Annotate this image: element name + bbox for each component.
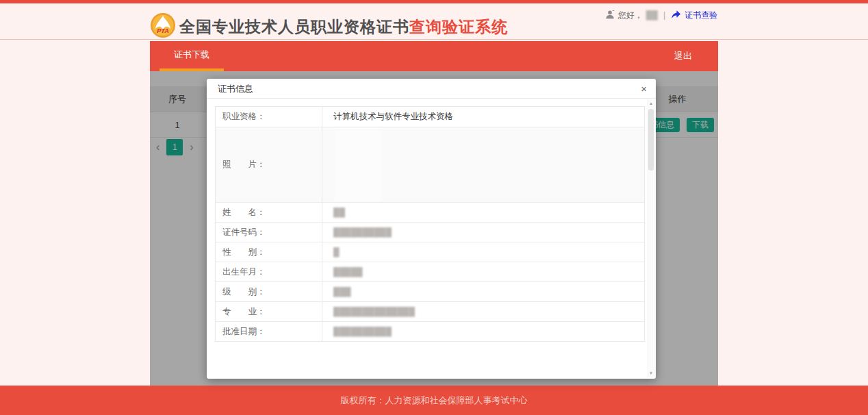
greeting-text: 您好， — [618, 10, 643, 21]
logout-button[interactable]: 退出 — [674, 41, 692, 71]
field-label: 性 别： — [216, 242, 322, 262]
certificate-fields-table: 职业资格： 计算机技术与软件专业技术资格 照 片： 姓 名： ██ 证件号码： … — [215, 106, 645, 342]
pta-logo-icon: PTA — [151, 13, 175, 38]
field-label: 级 别： — [216, 282, 322, 301]
field-row-name: 姓 名： ██ — [216, 202, 644, 222]
field-row-level: 级 别： ███ — [216, 281, 644, 301]
field-label: 姓 名： — [216, 203, 322, 222]
close-icon[interactable]: × — [641, 79, 647, 99]
copyright-text: 版权所有：人力资源和社会保障部人事考试中心 — [341, 394, 528, 407]
share-arrow-icon — [671, 9, 681, 21]
navbar: 证书下载 退出 — [150, 41, 718, 71]
page-title-main: 全国专业技术人员职业资格证书 — [179, 18, 409, 36]
field-label: 批准日期： — [216, 322, 322, 341]
field-value: ██████████ — [322, 223, 644, 242]
field-row-gender: 性 别： █ — [216, 242, 644, 262]
modal-header: 证书信息 × — [207, 79, 656, 99]
user-icon — [605, 10, 615, 21]
field-row-major: 专 业： ██████████████ — [216, 301, 644, 321]
page-title: 全国专业技术人员职业资格证书查询验证系统 — [179, 16, 508, 38]
field-value: ███ — [322, 282, 644, 301]
field-row-id-number: 证件号码： ██████████ — [216, 222, 644, 242]
footer: 版权所有：人力资源和社会保障部人事考试中心 — [0, 386, 868, 415]
field-row-qualification: 职业资格： 计算机技术与软件专业技术资格 — [216, 107, 644, 127]
page: PTA 全国专业技术人员职业资格证书查询验证系统 您好， ██ | 证书查验 证… — [0, 0, 868, 415]
top-accent-strip — [0, 0, 868, 3]
field-row-birth: 出生年月： █████ — [216, 262, 644, 281]
field-value: ██████████████ — [322, 302, 644, 321]
tab-certificate-download[interactable]: 证书下载 — [159, 41, 224, 71]
header-divider — [0, 39, 868, 40]
svg-text:PTA: PTA — [157, 27, 168, 34]
field-value-photo — [322, 127, 644, 202]
user-area: 您好， ██ | 证书查验 — [605, 9, 717, 21]
modal-title: 证书信息 — [218, 79, 253, 99]
scrollbar-thumb[interactable] — [648, 109, 654, 171]
field-value: ██████████ — [322, 322, 644, 341]
scroll-up-icon[interactable]: ▲ — [647, 101, 655, 105]
field-row-approval-date: 批准日期： ██████████ — [216, 321, 644, 341]
field-label: 证件号码： — [216, 223, 322, 242]
field-label: 出生年月： — [216, 262, 322, 281]
field-value: 计算机技术与软件专业技术资格 — [322, 107, 644, 127]
certificate-info-modal: 证书信息 × 职业资格： 计算机技术与软件专业技术资格 照 片： 姓 名： ██… — [207, 79, 656, 379]
field-label: 职业资格： — [216, 107, 322, 127]
separator: | — [663, 10, 665, 20]
scroll-down-icon[interactable]: ▼ — [647, 371, 655, 375]
field-value: ██ — [322, 203, 644, 222]
page-title-accent: 查询验证系统 — [409, 18, 508, 36]
field-value: █████ — [322, 262, 644, 281]
field-value: █ — [322, 242, 644, 262]
field-label: 照 片： — [216, 127, 322, 202]
field-row-photo: 照 片： — [216, 127, 644, 202]
portrait-photo — [335, 130, 381, 201]
field-label: 专 业： — [216, 302, 322, 321]
modal-scrollbar[interactable]: ▲ ▼ — [647, 99, 655, 377]
verify-shortcut-link[interactable]: 证书查验 — [685, 10, 717, 21]
username-masked: ██ — [646, 10, 658, 20]
